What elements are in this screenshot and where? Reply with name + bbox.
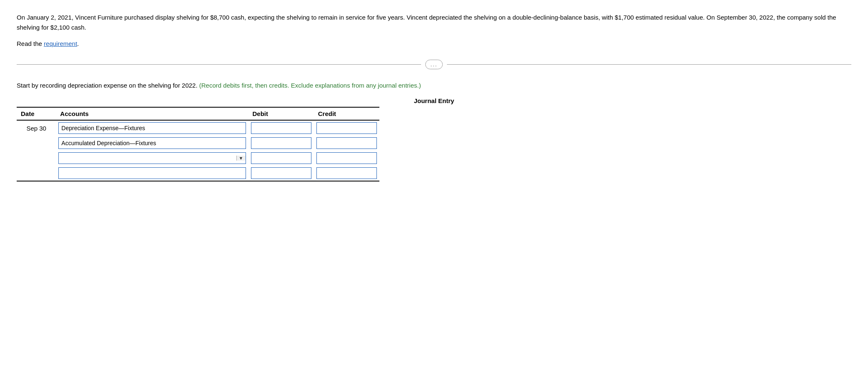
account-cell-4[interactable] [56, 166, 248, 181]
date-cell-1: Sep 30 [17, 120, 56, 136]
account-cell-3[interactable]: ▼ [56, 151, 248, 166]
account-input-2[interactable] [58, 137, 246, 149]
credit-input-1[interactable] [316, 122, 377, 134]
credit-input-3[interactable] [316, 152, 377, 164]
intro-paragraph: On January 2, 2021, Vincent Furniture pu… [17, 13, 850, 33]
read-requirement-line: Read the requirement. [17, 40, 851, 47]
journal-title: Journal Entry [17, 97, 851, 104]
instruction-green-text: (Record debits first, then credits. Excl… [199, 82, 421, 89]
account-cell-2[interactable] [56, 136, 248, 151]
journal-table: Date Accounts Debit Credit Sep 30 [17, 107, 379, 181]
period: . [77, 40, 79, 47]
read-label: Read the [17, 40, 44, 47]
account-input-1[interactable] [58, 122, 246, 134]
debit-input-3[interactable] [251, 152, 311, 164]
credit-input-2[interactable] [316, 137, 377, 149]
credit-cell-1[interactable] [314, 120, 379, 136]
account-input-4[interactable] [58, 167, 246, 179]
date-cell-4 [17, 166, 56, 181]
account-dropdown-input-3[interactable] [59, 153, 236, 164]
instruction-paragraph: Start by recording depreciation expense … [17, 82, 851, 89]
requirement-link[interactable]: requirement [44, 40, 77, 47]
journal-section: Journal Entry Date Accounts Debit Credit… [17, 97, 851, 181]
journal-row-3: ▼ [17, 151, 379, 166]
credit-cell-2[interactable] [314, 136, 379, 151]
debit-cell-3[interactable] [248, 151, 314, 166]
debit-input-4[interactable] [251, 167, 311, 179]
account-dropdown-3[interactable]: ▼ [58, 152, 246, 164]
debit-cell-4[interactable] [248, 166, 314, 181]
divider-line-right [447, 64, 851, 65]
journal-row-2 [17, 136, 379, 151]
section-divider: ... [17, 60, 851, 69]
dropdown-arrow-icon-3[interactable]: ▼ [236, 156, 246, 161]
header-credit: Credit [314, 107, 379, 120]
credit-input-4[interactable] [316, 167, 377, 179]
date-cell-2 [17, 136, 56, 151]
journal-row-1: Sep 30 [17, 120, 379, 136]
account-cell-1[interactable] [56, 120, 248, 136]
debit-cell-1[interactable] [248, 120, 314, 136]
divider-line-left [17, 64, 421, 65]
credit-cell-3[interactable] [314, 151, 379, 166]
header-date: Date [17, 107, 56, 120]
divider-dots: ... [425, 60, 443, 69]
header-accounts: Accounts [56, 107, 248, 120]
journal-row-4 [17, 166, 379, 181]
debit-cell-2[interactable] [248, 136, 314, 151]
date-cell-3 [17, 151, 56, 166]
credit-cell-4[interactable] [314, 166, 379, 181]
date-value-1: Sep 30 [26, 125, 46, 132]
header-debit: Debit [248, 107, 314, 120]
debit-input-2[interactable] [251, 137, 311, 149]
journal-header-row: Date Accounts Debit Credit [17, 107, 379, 120]
instruction-text-before: Start by recording depreciation expense … [17, 82, 199, 89]
debit-input-1[interactable] [251, 122, 311, 134]
